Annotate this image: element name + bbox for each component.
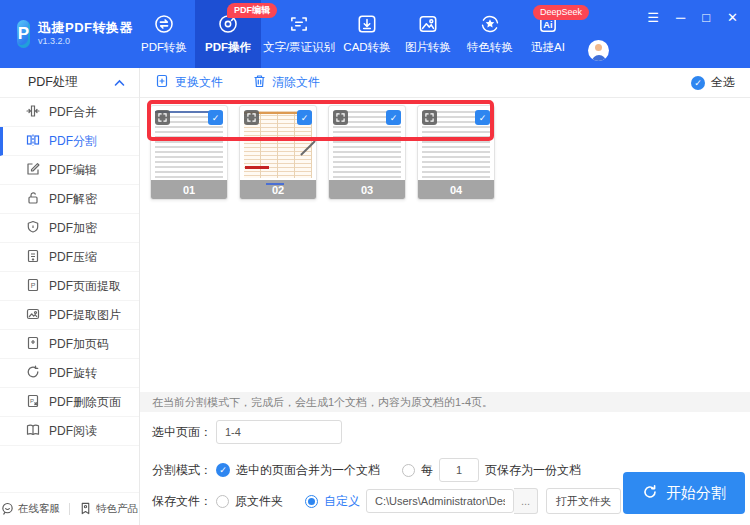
expand-icon[interactable]: [244, 110, 259, 125]
page-checkbox[interactable]: ✓: [386, 110, 401, 125]
page-checkbox[interactable]: ✓: [208, 110, 223, 125]
tab-label: 迅捷AI: [531, 40, 565, 55]
tab-label: PDF转换: [141, 40, 187, 55]
tab-label: 文字/票证识别: [263, 40, 335, 55]
close-icon[interactable]: ✕: [727, 11, 738, 24]
sidebar-item-pdf-delete-page[interactable]: P PDF删除页面: [0, 388, 139, 417]
edit-icon: [26, 162, 40, 179]
custom-folder-radio[interactable]: [305, 495, 318, 508]
select-all-check-icon: ✓: [691, 76, 705, 90]
sidebar-item-pdf-read[interactable]: PDF阅读: [0, 417, 139, 446]
merge-mode-radio[interactable]: ✓: [216, 463, 230, 477]
clear-file-button[interactable]: 清除文件: [253, 74, 320, 91]
avatar-head: [595, 44, 602, 51]
app-logo: P 迅捷PDF转换器 v1.3.2.0: [0, 0, 133, 68]
ocr-icon: [288, 13, 310, 35]
main-nav: PDF转换 PDF编辑 PDF操作 文字/票证识别 CAD转换 图片: [133, 0, 575, 68]
every-pages-input[interactable]: [439, 458, 479, 482]
star-refresh-icon: [479, 13, 501, 35]
convert-icon: [153, 13, 175, 35]
save-file-label: 保存文件：: [152, 493, 212, 510]
featured-products-link[interactable]: 特色产品: [79, 502, 138, 517]
tab-xunjie-ai[interactable]: DeepSeek Ai 迅捷AI: [521, 0, 575, 68]
sidebar-item-pdf-compress[interactable]: PDF压缩: [0, 243, 139, 272]
expand-icon[interactable]: [422, 110, 437, 125]
sidebar-item-pdf-decrypt[interactable]: PDF解密: [0, 185, 139, 214]
sidebar-item-label: PDF加页码: [49, 336, 109, 353]
sidebar-section-label: PDF处理: [28, 74, 78, 91]
split-info-text: 在当前分割模式下，完成后，会生成1个文档，内容为原文档的1-4页。: [152, 395, 493, 410]
minimize-icon[interactable]: ─: [676, 11, 685, 24]
tab-special-convert[interactable]: 特色转换: [459, 0, 521, 68]
delete-page-icon: P: [26, 394, 40, 411]
sidebar-item-pdf-split[interactable]: PDF分割: [0, 127, 139, 156]
original-folder-label: 原文件夹: [235, 493, 283, 510]
sidebar-item-label: PDF页面提取: [49, 278, 121, 295]
sidebar-item-label: PDF阅读: [49, 423, 97, 440]
sidebar-item-pdf-page-extract[interactable]: P PDF页面提取: [0, 272, 139, 301]
page-number: 04: [418, 180, 494, 199]
sidebar-item-label: PDF解密: [49, 191, 97, 208]
page-thumbnail-4[interactable]: ✓ 04: [417, 105, 495, 200]
svg-text:Ai: Ai: [543, 20, 552, 30]
sidebar-item-pdf-encrypt[interactable]: PDF加密: [0, 214, 139, 243]
tab-pdf-operate[interactable]: PDF编辑 PDF操作: [195, 0, 261, 68]
split-mode-row: 分割模式： ✓ 选中的页面合并为一个文档 每 页保存为一份文档: [152, 458, 581, 482]
tab-pdf-convert[interactable]: PDF转换: [133, 0, 195, 68]
chevron-up-icon: [114, 76, 125, 90]
sidebar-item-pdf-extract-image[interactable]: PDF提取图片: [0, 301, 139, 330]
highlight-bar: [245, 166, 269, 169]
tab-label: 图片转换: [405, 40, 451, 55]
page-thumbnail-3[interactable]: ✓ 03: [328, 105, 406, 200]
tab-cad-convert[interactable]: CAD转换: [337, 0, 397, 68]
sidebar-item-pdf-rotate[interactable]: PDF旋转: [0, 359, 139, 388]
select-all-toggle[interactable]: ✓ 全选: [691, 74, 735, 91]
sidebar-item-pdf-add-page-number[interactable]: PDF加页码: [0, 330, 139, 359]
chat-icon: [1, 502, 14, 517]
every-mode-radio[interactable]: [402, 464, 415, 477]
browse-button[interactable]: ...: [514, 488, 538, 514]
sidebar-item-pdf-merge[interactable]: PDF合并: [0, 98, 139, 127]
page-number: 01: [151, 180, 227, 199]
start-split-button[interactable]: 开始分割: [623, 472, 745, 514]
unlock-icon: [26, 191, 40, 208]
selected-pages-label: 选中页面：: [152, 424, 212, 441]
svg-text:P: P: [30, 397, 34, 403]
online-support-link[interactable]: 在线客服: [1, 502, 60, 517]
tab-label: PDF操作: [205, 40, 251, 55]
expand-icon[interactable]: [333, 110, 348, 125]
window-controls: ☰ ─ □ ✕: [647, 11, 738, 24]
tab-image-convert[interactable]: 图片转换: [397, 0, 459, 68]
sidebar-item-label: PDF分割: [49, 133, 97, 150]
custom-folder-label: 自定义: [324, 493, 360, 510]
sidebar-item-label: PDF压缩: [49, 249, 97, 266]
save-file-row: 保存文件： 原文件夹 自定义 ... 打开文件夹: [152, 488, 621, 514]
expand-icon[interactable]: [155, 110, 170, 125]
original-folder-radio[interactable]: [216, 495, 229, 508]
sidebar-item-label: PDF加密: [49, 220, 97, 237]
menu-icon[interactable]: ☰: [647, 11, 659, 24]
link-line: [266, 183, 284, 185]
save-path-input[interactable]: [366, 489, 514, 513]
open-folder-button[interactable]: 打开文件夹: [546, 488, 621, 514]
replace-file-label: 更换文件: [175, 74, 223, 91]
sidebar-item-label: PDF合并: [49, 104, 97, 121]
selected-pages-input[interactable]: [216, 420, 342, 444]
selected-pages-row: 选中页面：: [152, 420, 342, 444]
page-checkbox[interactable]: ✓: [475, 110, 490, 125]
replace-file-button[interactable]: 更换文件: [155, 74, 223, 91]
user-avatar[interactable]: [588, 40, 609, 61]
sidebar-item-label: PDF提取图片: [49, 307, 121, 324]
sidebar-item-pdf-edit[interactable]: PDF编辑: [0, 156, 139, 185]
app-header: P 迅捷PDF转换器 v1.3.2.0 PDF转换 PDF编辑 PDF操作 文字…: [0, 0, 750, 68]
sidebar-section-pdf-processing[interactable]: PDF处理: [0, 68, 139, 98]
file-toolbar: 更换文件 清除文件 ✓ 全选: [140, 68, 750, 98]
page-thumbnail-1[interactable]: ✓ 01: [150, 105, 228, 200]
page-checkbox[interactable]: ✓: [297, 110, 312, 125]
page-thumbnail-2[interactable]: ✓ 02: [239, 105, 317, 200]
split-mode-label: 分割模式：: [152, 462, 212, 479]
refresh-icon: [642, 484, 658, 503]
trash-icon: [253, 74, 266, 91]
deepseek-badge: DeepSeek: [533, 5, 589, 20]
maximize-icon[interactable]: □: [702, 11, 710, 24]
